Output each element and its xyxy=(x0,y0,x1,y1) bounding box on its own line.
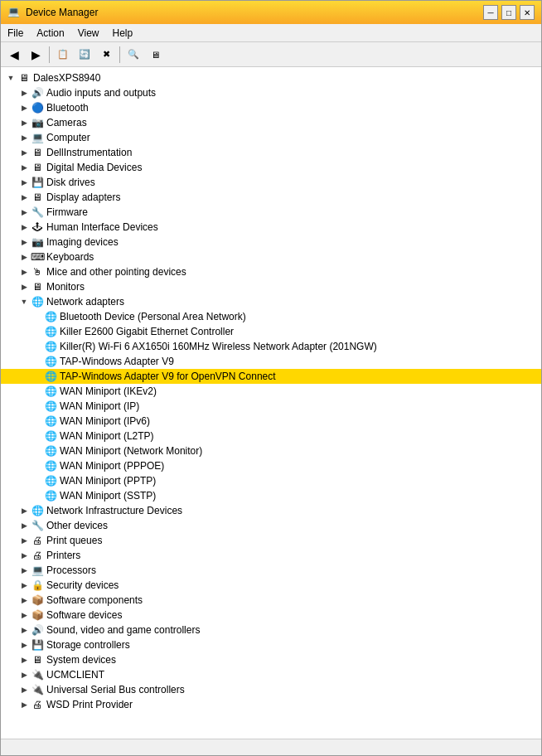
item-label-printers: Printers xyxy=(46,550,80,561)
expander-computer[interactable]: ▶ xyxy=(17,131,31,144)
tree-item-diskdrives[interactable]: ▶💾Disk drives xyxy=(1,175,541,190)
tree-item-wan_l2tp[interactable]: 🌐WAN Miniport (L2TP) xyxy=(1,429,541,443)
tree-item-mice[interactable]: ▶🖱Mice and other pointing devices xyxy=(1,264,541,279)
tree-item-wan_ikev2[interactable]: 🌐WAN Miniport (IKEv2) xyxy=(1,384,541,399)
expander-printers[interactable]: ▶ xyxy=(17,549,31,562)
tree-item-humaninterface[interactable]: ▶🕹Human Interface Devices xyxy=(1,220,541,235)
menu-action[interactable]: Action xyxy=(30,24,70,41)
tree-item-root[interactable]: ▼🖥DalesXPS8940 xyxy=(1,70,541,85)
tree-item-computer[interactable]: ▶💻Computer xyxy=(1,130,541,145)
expander-firmware[interactable]: ▶ xyxy=(17,206,31,219)
tree-item-bluetooth[interactable]: ▶🔵Bluetooth xyxy=(1,100,541,115)
tree-item-audio[interactable]: ▶🔊Audio inputs and outputs xyxy=(1,85,541,100)
expander-sw_components[interactable]: ▶ xyxy=(17,594,31,607)
item-icon-cameras: 📷 xyxy=(31,116,44,129)
tree-item-printers[interactable]: ▶🖨Printers xyxy=(1,548,541,563)
expander-audio[interactable]: ▶ xyxy=(17,86,31,99)
expander-wsd[interactable]: ▶ xyxy=(17,698,31,711)
tree-item-wan_ipv6[interactable]: 🌐WAN Miniport (IPv6) xyxy=(1,414,541,429)
tree-item-imaging[interactable]: ▶📷Imaging devices xyxy=(1,235,541,250)
tree-item-wsd[interactable]: ▶🖨WSD Print Provider xyxy=(1,697,541,712)
maximize-button[interactable]: □ xyxy=(501,5,516,20)
expander-mice[interactable]: ▶ xyxy=(17,265,31,279)
tree-item-sound[interactable]: ▶🔊Sound, video and game controllers xyxy=(1,623,541,637)
tree-item-digitalmedia[interactable]: ▶🖥Digital Media Devices xyxy=(1,160,541,175)
tree-item-network[interactable]: ▼🌐Network adapters xyxy=(1,294,541,309)
item-label-firmware: Firmware xyxy=(46,206,88,218)
expander-displayadapters[interactable]: ▶ xyxy=(17,191,31,204)
menu-help[interactable]: Help xyxy=(106,24,140,41)
tree-item-system[interactable]: ▶🖥System devices xyxy=(1,652,541,667)
tree-item-bt_pan[interactable]: 🌐Bluetooth Device (Personal Area Network… xyxy=(1,309,541,324)
expander-usb[interactable]: ▶ xyxy=(17,683,31,696)
expander-security[interactable]: ▶ xyxy=(17,579,31,592)
item-label-cameras: Cameras xyxy=(46,117,87,128)
expander-processors[interactable]: ▶ xyxy=(17,564,31,577)
tree-item-displayadapters[interactable]: ▶🖥Display adapters xyxy=(1,190,541,205)
expander-bluetooth[interactable]: ▶ xyxy=(17,101,31,114)
tree-item-wan_pptp[interactable]: 🌐WAN Miniport (PPTP) xyxy=(1,473,541,488)
properties-button[interactable]: 📋 xyxy=(53,45,73,65)
monitor-button[interactable]: 🖥 xyxy=(145,45,165,65)
expander-humaninterface[interactable]: ▶ xyxy=(17,220,31,234)
back-button[interactable]: ◀ xyxy=(4,45,24,65)
forward-button[interactable]: ▶ xyxy=(26,45,46,65)
item-icon-wan_pptp: 🌐 xyxy=(44,474,57,487)
expander-dellinstr[interactable]: ▶ xyxy=(17,146,31,159)
tree-item-sw_components[interactable]: ▶📦Software components xyxy=(1,593,541,608)
tree-item-killer_eth[interactable]: 🌐Killer E2600 Gigabit Ethernet Controlle… xyxy=(1,324,541,339)
uninstall-button[interactable]: ✖ xyxy=(96,45,116,65)
tree-item-other_devices[interactable]: ▶🔧Other devices xyxy=(1,518,541,533)
title-bar-title: Device Manager xyxy=(26,7,98,18)
update-driver-button[interactable]: 🔄 xyxy=(75,45,94,65)
expander-net_infra[interactable]: ▶ xyxy=(17,504,31,517)
expander-keyboards[interactable]: ▶ xyxy=(17,250,31,264)
menu-view[interactable]: View xyxy=(71,24,106,41)
tree-item-dellinstr[interactable]: ▶🖥DellInstrumentation xyxy=(1,145,541,160)
expander-system[interactable]: ▶ xyxy=(17,653,31,666)
device-tree[interactable]: ▼🖥DalesXPS8940▶🔊Audio inputs and outputs… xyxy=(1,67,541,739)
scan-button[interactable]: 🔍 xyxy=(123,45,143,65)
expander-print_queues[interactable]: ▶ xyxy=(17,534,31,547)
tree-item-processors[interactable]: ▶💻Processors xyxy=(1,563,541,578)
minimize-button[interactable]: ─ xyxy=(483,5,498,20)
tree-item-security[interactable]: ▶🔒Security devices xyxy=(1,578,541,593)
tree-item-sw_devices[interactable]: ▶📦Software devices xyxy=(1,608,541,623)
tree-item-monitors[interactable]: ▶🖥Monitors xyxy=(1,279,541,294)
expander-root[interactable]: ▼ xyxy=(4,71,17,85)
expander-diskdrives[interactable]: ▶ xyxy=(17,176,31,189)
expander-imaging[interactable]: ▶ xyxy=(17,235,31,249)
tree-item-keyboards[interactable]: ▶⌨Keyboards xyxy=(1,250,541,264)
expander-digitalmedia[interactable]: ▶ xyxy=(17,161,31,174)
item-icon-wan_sstp: 🌐 xyxy=(44,489,57,502)
tree-item-cameras[interactable]: ▶📷Cameras xyxy=(1,115,541,130)
tree-item-usb[interactable]: ▶🔌Universal Serial Bus controllers xyxy=(1,682,541,697)
tree-item-net_infra[interactable]: ▶🌐Network Infrastructure Devices xyxy=(1,503,541,518)
expander-cameras[interactable]: ▶ xyxy=(17,116,31,129)
expander-wan_sstp xyxy=(31,489,44,502)
expander-sw_devices[interactable]: ▶ xyxy=(17,608,31,622)
tree-item-killer_wifi[interactable]: 🌐Killer(R) Wi-Fi 6 AX1650i 160MHz Wirele… xyxy=(1,339,541,354)
close-button[interactable]: ✕ xyxy=(520,5,535,20)
tree-item-storage[interactable]: ▶💾Storage controllers xyxy=(1,637,541,652)
tree-item-print_queues[interactable]: ▶🖨Print queues xyxy=(1,533,541,548)
item-label-wan_sstp: WAN Miniport (SSTP) xyxy=(60,490,156,502)
tree-item-wan_netmon[interactable]: 🌐WAN Miniport (Network Monitor) xyxy=(1,443,541,458)
tree-item-wan_ip[interactable]: 🌐WAN Miniport (IP) xyxy=(1,399,541,414)
tree-item-wan_pppoe[interactable]: 🌐WAN Miniport (PPPOE) xyxy=(1,458,541,473)
expander-sound[interactable]: ▶ xyxy=(17,623,31,637)
tree-item-tap_v9[interactable]: 🌐TAP-Windows Adapter V9 xyxy=(1,354,541,369)
tree-item-ucmclient[interactable]: ▶🔌UCMCLIENT xyxy=(1,667,541,682)
expander-other_devices[interactable]: ▶ xyxy=(17,519,31,532)
item-icon-monitors: 🖥 xyxy=(31,280,44,293)
tree-item-tap_openvpn[interactable]: 🌐TAP-Windows Adapter V9 for OpenVPN Conn… xyxy=(1,369,541,384)
expander-ucmclient[interactable]: ▶ xyxy=(17,668,31,681)
item-icon-wan_ikev2: 🌐 xyxy=(44,385,57,398)
expander-storage[interactable]: ▶ xyxy=(17,638,31,652)
expander-monitors[interactable]: ▶ xyxy=(17,280,31,293)
expander-network[interactable]: ▼ xyxy=(17,295,31,308)
tree-item-wan_sstp[interactable]: 🌐WAN Miniport (SSTP) xyxy=(1,488,541,503)
tree-item-firmware[interactable]: ▶🔧Firmware xyxy=(1,205,541,220)
item-icon-humaninterface: 🕹 xyxy=(31,220,44,234)
menu-file[interactable]: File xyxy=(1,24,30,41)
